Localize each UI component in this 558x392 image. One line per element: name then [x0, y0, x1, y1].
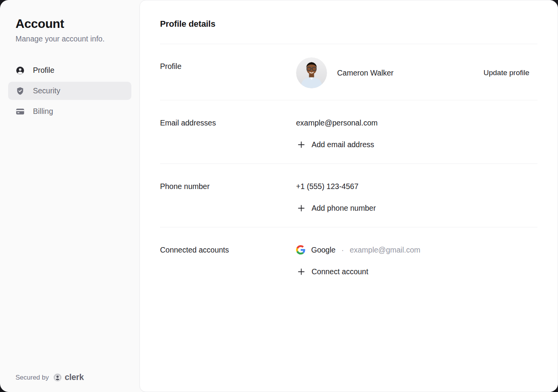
account-card: Account Manage your account info. Profil… [0, 0, 558, 392]
sidebar-title: Account [16, 16, 124, 31]
clerk-logo-icon [53, 373, 62, 382]
plus-icon [298, 268, 305, 275]
page-title: Profile details [160, 0, 537, 30]
email-addresses-row: Email addresses example@personal.com Add… [160, 100, 537, 163]
user-full-name: Cameron Walker [337, 69, 394, 77]
provider-name: Google [311, 245, 336, 254]
sidebar-item-label: Profile [33, 66, 54, 75]
plus-icon [298, 205, 305, 212]
plus-icon [298, 141, 305, 148]
add-email-button[interactable]: Add email address [296, 140, 537, 149]
sidebar-item-label: Billing [33, 107, 53, 116]
phone-row-label: Phone number [160, 182, 296, 213]
google-g-icon [296, 245, 305, 254]
add-phone-button[interactable]: Add phone number [296, 203, 537, 213]
sidebar-nav: Profile Security Billing [8, 61, 131, 120]
email-row-label: Email addresses [160, 118, 296, 149]
sidebar-item-label: Security [33, 86, 60, 95]
secured-by-label: Secured by [16, 374, 49, 382]
dot-separator: · [341, 245, 344, 254]
avatar [296, 57, 327, 88]
clerk-wordmark: clerk [65, 373, 84, 382]
connected-row-label: Connected accounts [160, 245, 296, 276]
profile-row: Profile [160, 44, 537, 100]
profile-row-label: Profile [160, 57, 296, 88]
phone-number-value: +1 (555) 123-4567 [296, 182, 537, 191]
sidebar: Account Manage your account info. Profil… [0, 0, 140, 392]
sidebar-subtitle: Manage your account info. [16, 34, 124, 44]
connect-account-label: Connect account [312, 267, 368, 276]
connected-account-email: example@gmail.com [350, 245, 420, 254]
sidebar-item-security[interactable]: Security [8, 82, 131, 100]
profile-details-panel: Profile details Profile [140, 0, 558, 392]
connect-account-button[interactable]: Connect account [296, 267, 537, 276]
page: Account Manage your account info. Profil… [0, 0, 558, 392]
add-email-label: Add email address [312, 140, 374, 149]
user-circle-icon [16, 66, 25, 75]
phone-number-row: Phone number +1 (555) 123-4567 Add phone… [160, 163, 537, 227]
credit-card-icon [16, 107, 25, 116]
update-profile-button[interactable]: Update profile [484, 69, 529, 77]
connected-account-item: Google · example@gmail.com [296, 245, 537, 254]
connected-accounts-row: Connected accounts Google · example@gmai… [160, 227, 537, 291]
sidebar-footer: Secured by clerk [16, 373, 84, 382]
sidebar-item-billing[interactable]: Billing [8, 102, 131, 120]
clerk-brand-link[interactable]: clerk [53, 373, 84, 382]
add-phone-label: Add phone number [312, 203, 376, 213]
email-address-value: example@personal.com [296, 118, 537, 127]
sidebar-item-profile[interactable]: Profile [8, 61, 131, 79]
shield-check-icon [16, 86, 25, 96]
